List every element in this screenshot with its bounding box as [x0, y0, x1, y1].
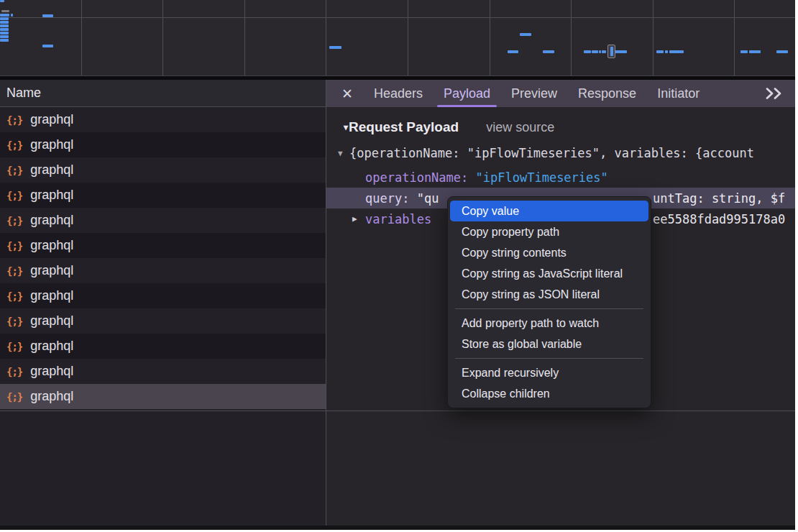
tab-payload[interactable]: Payload — [444, 80, 490, 107]
timeline-bar — [602, 50, 606, 53]
expand-icon[interactable]: ▼ — [338, 149, 349, 158]
timeline-bar — [665, 50, 668, 53]
table-row[interactable]: {;}graphql — [0, 107, 326, 132]
spacer — [409, 191, 416, 206]
timeline-bar — [740, 50, 748, 53]
timeline-bar — [543, 50, 554, 53]
timeline-bar — [0, 35, 9, 38]
request-name: graphql — [30, 137, 73, 152]
marker-tick — [610, 47, 613, 56]
panel-divider[interactable] — [326, 80, 326, 526]
request-table: Name {;}graphql{;}graphql{;}graphql{;}gr… — [0, 80, 326, 526]
overview-gridline — [0, 17, 795, 18]
property-value: "ipFlowTimeseries" — [476, 170, 608, 185]
menu-item-copy-property-path[interactable]: Copy property path — [448, 221, 651, 242]
timeline-selection-marker[interactable] — [607, 45, 615, 58]
tabs-container: HeadersPayloadPreviewResponseInitiator — [353, 80, 700, 107]
table-row[interactable]: {;}graphql — [0, 258, 326, 283]
table-row[interactable]: {;}graphql — [0, 157, 326, 183]
payload-preview-text: {operationName: "ipFlowTimeseries", vari… — [349, 146, 754, 160]
request-name: graphql — [30, 188, 73, 203]
close-icon[interactable]: ✕ — [341, 87, 353, 101]
timeline-bar — [0, 39, 9, 42]
request-name: graphql — [30, 213, 73, 228]
timeline-bar — [599, 50, 601, 53]
menu-item-store-as-global-variable[interactable]: Store as global variable — [448, 334, 651, 354]
tab-response[interactable]: Response — [578, 80, 636, 107]
request-name: graphql — [30, 238, 73, 253]
name-column-header[interactable]: Name — [0, 80, 326, 107]
operation-name-row[interactable]: operationName: "ipFlowTimeseries" — [326, 167, 795, 188]
network-overview[interactable] — [0, 0, 795, 76]
property-key: operationName: — [365, 170, 468, 185]
timeline-bar — [0, 24, 9, 27]
menu-item-copy-string-contents[interactable]: Copy string contents — [448, 242, 651, 263]
devtools-window: Name {;}graphql{;}graphql{;}graphql{;}gr… — [0, 0, 795, 530]
request-name: graphql — [30, 288, 73, 303]
timeline-bar-grey — [1, 10, 9, 12]
request-payload-section[interactable]: ▾ Request Payload view source — [326, 116, 795, 138]
name-column-label: Name — [6, 86, 41, 101]
timeline-bar — [0, 21, 9, 24]
json-braces-icon: {;} — [6, 190, 22, 201]
table-row[interactable]: {;}graphql — [0, 359, 326, 384]
timeline-bar — [0, 14, 9, 17]
menu-item-copy-value[interactable]: Copy value — [450, 201, 648, 221]
request-list: {;}graphql{;}graphql{;}graphql{;}graphql… — [0, 107, 326, 409]
menu-item-copy-string-as-json-literal[interactable]: Copy string as JSON literal — [448, 284, 651, 305]
timeline-bar — [592, 50, 598, 53]
table-row[interactable]: {;}graphql — [0, 233, 326, 258]
timeline-bar — [42, 45, 53, 47]
table-row[interactable]: {;}graphql — [0, 283, 326, 308]
tab-initiator[interactable]: Initiator — [657, 80, 700, 107]
json-braces-icon: {;} — [6, 341, 22, 352]
json-braces-icon: {;} — [6, 240, 22, 252]
table-row[interactable]: {;}graphql — [0, 334, 326, 359]
tab-preview[interactable]: Preview — [511, 80, 557, 107]
timeline-bar — [11, 14, 13, 17]
timeline-bar — [329, 46, 341, 49]
table-row[interactable]: {;}graphql — [0, 208, 326, 233]
timeline-bar — [0, 28, 9, 31]
json-braces-icon: {;} — [6, 139, 22, 151]
tab-headers[interactable]: Headers — [374, 80, 423, 107]
timeline-bar — [508, 50, 518, 53]
window-bottom-edge — [0, 526, 795, 530]
timeline-bar — [0, 17, 9, 20]
request-name: graphql — [30, 339, 73, 354]
timeline-bar — [520, 33, 531, 36]
table-row[interactable]: {;}graphql — [0, 384, 326, 409]
json-braces-icon: {;} — [6, 265, 22, 277]
table-row[interactable]: {;}graphql — [0, 308, 326, 334]
timeline-bar — [0, 32, 9, 35]
timeline-bar — [776, 50, 788, 53]
menu-separator — [455, 308, 643, 309]
timeline-bar — [749, 50, 761, 53]
payload-root-row[interactable]: ▼ {operationName: "ipFlowTimeseries", va… — [326, 142, 795, 164]
context-menu: Copy valueCopy property pathCopy string … — [447, 196, 651, 408]
menu-item-expand-recursively[interactable]: Expand recursively — [448, 362, 651, 383]
timeline-bar — [0, 0, 4, 2]
timeline-bar — [669, 50, 684, 53]
menu-item-copy-string-as-javascript-literal[interactable]: Copy string as JavaScript literal — [448, 263, 651, 284]
property-value-right: untTag: string, $f — [653, 188, 785, 208]
timeline-bar — [615, 50, 627, 53]
detail-tabbar: ✕ HeadersPayloadPreviewResponseInitiator — [326, 80, 795, 107]
json-braces-icon: {;} — [6, 366, 22, 377]
collapsed-icon[interactable]: ▶ — [352, 214, 365, 224]
table-row[interactable]: {;}graphql — [0, 183, 326, 208]
timeline-bar — [584, 50, 591, 53]
json-braces-icon: {;} — [6, 114, 22, 126]
summary-bar-divider — [0, 411, 795, 411]
table-row[interactable]: {;}graphql — [0, 132, 326, 157]
json-braces-icon: {;} — [6, 316, 22, 327]
request-name: graphql — [30, 263, 73, 278]
json-braces-icon: {;} — [6, 165, 22, 176]
menu-item-collapse-children[interactable]: Collapse children — [448, 383, 651, 404]
more-tabs-button[interactable] — [763, 87, 785, 100]
json-braces-icon: {;} — [6, 290, 22, 302]
property-key: variables — [365, 212, 431, 226]
section-expand-icon[interactable]: ▾ — [344, 122, 348, 132]
menu-item-add-property-path-to-watch[interactable]: Add property path to watch — [448, 313, 651, 334]
view-source-link[interactable]: view source — [486, 120, 554, 135]
